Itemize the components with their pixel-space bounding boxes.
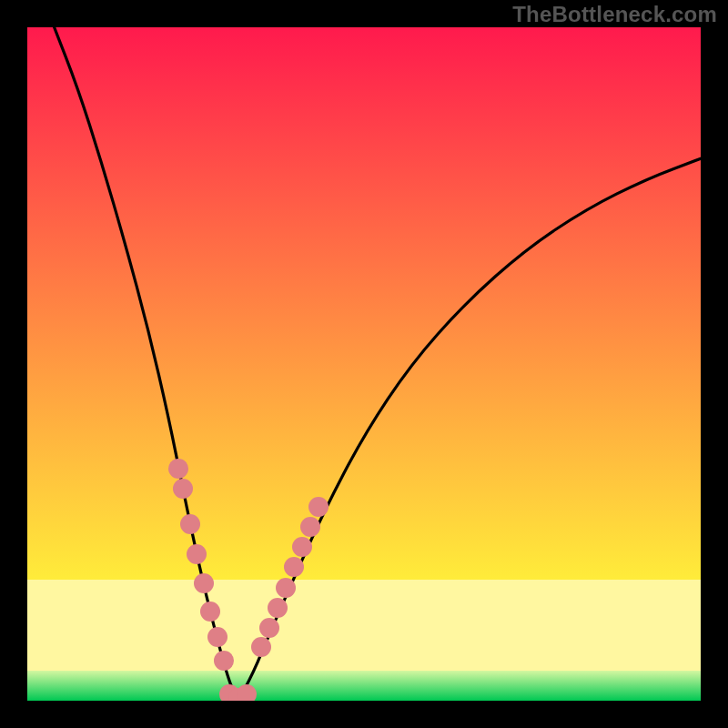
data-point: [308, 497, 329, 517]
plot-area: [27, 27, 701, 701]
curve-curve-right: [238, 158, 701, 701]
data-point: [194, 573, 214, 593]
data-point: [180, 514, 200, 534]
data-point: [276, 578, 296, 598]
data-point: [284, 557, 304, 577]
curve-curve-left: [55, 27, 238, 701]
data-point: [173, 479, 193, 499]
data-point: [237, 684, 257, 701]
data-point: [207, 627, 228, 647]
data-point: [168, 459, 188, 479]
data-point: [259, 618, 279, 638]
data-point: [214, 651, 234, 671]
data-point: [251, 637, 271, 657]
attribution-text: TheBottleneck.com: [512, 2, 717, 27]
data-point: [300, 517, 320, 537]
data-point: [268, 598, 288, 618]
curve-svg: [27, 27, 701, 701]
data-point: [292, 537, 312, 557]
data-point: [200, 602, 220, 622]
data-point: [187, 544, 207, 564]
